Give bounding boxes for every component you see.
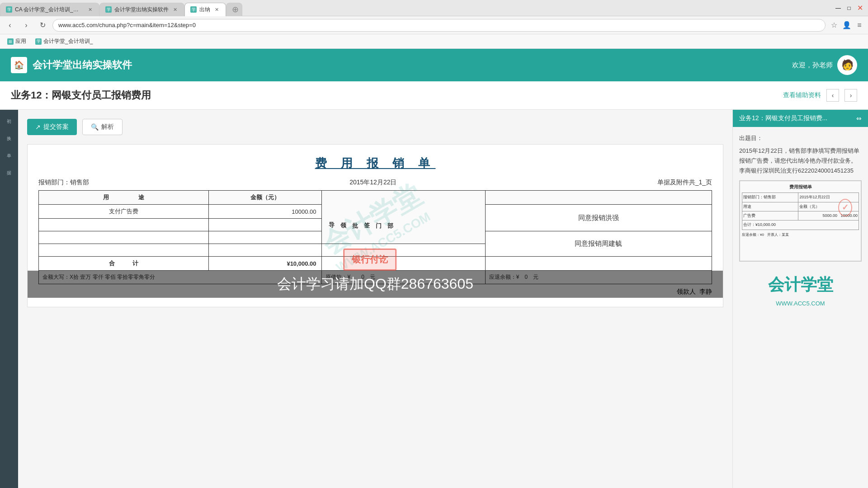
toolbar: ↗ 提交答案 🔍 解析 xyxy=(27,119,723,135)
col-dept-sig-header xyxy=(485,191,712,205)
address-input[interactable] xyxy=(52,19,826,32)
row3-company-sig: 同意报销周建毓 xyxy=(485,231,712,257)
submit-label: 提交答案 xyxy=(43,123,69,131)
submit-button[interactable]: ↗ 提交答案 xyxy=(27,119,77,135)
bookmarks-bar: ⊞ 应用 学 会计学堂_会计培训_ xyxy=(0,34,868,49)
row1-purpose: 支付广告费 xyxy=(39,205,209,219)
refresh-button[interactable]: ↻ xyxy=(36,19,49,32)
back-button[interactable]: ‹ xyxy=(4,19,16,32)
content-area: ↗ 提交答案 🔍 解析 会计学堂 WWW.ACC5.COM 费 用 报 销 单 … xyxy=(18,110,732,488)
kjxt-icon: 学 xyxy=(35,38,42,45)
tab-1-close[interactable]: ✕ xyxy=(86,6,94,13)
maximize-button[interactable]: □ xyxy=(844,4,854,13)
collapse-icon[interactable]: ⇔ xyxy=(856,115,862,122)
tab-1-icon: 学 xyxy=(6,6,12,13)
total-label: 合 计 xyxy=(39,257,209,271)
page-header: 业务12：网银支付员工报销费用 查看辅助资料 ‹ › xyxy=(0,81,868,110)
user-avatar[interactable]: 🧑 xyxy=(837,55,857,75)
new-tab-icon: ⊕ xyxy=(232,5,239,14)
date-label: 2015年12月22日 xyxy=(349,178,396,187)
left-sidebar: 初 换 单 据 xyxy=(0,110,18,488)
analyze-icon: 🔍 xyxy=(91,123,99,131)
tab-2-close[interactable]: ✕ xyxy=(171,6,179,13)
analyze-label: 解析 xyxy=(101,123,114,131)
row1-amount: 10000.00 xyxy=(208,205,322,219)
star-icon[interactable]: ☆ xyxy=(829,20,839,30)
col-amount-header: 金额（元） xyxy=(208,191,322,205)
stamp-text: 银行付讫 xyxy=(352,254,388,264)
row4-purpose xyxy=(39,244,209,257)
forward-button[interactable]: › xyxy=(20,19,33,32)
tab-2-icon: 学 xyxy=(105,6,112,13)
qq-text: 会计学习请加QQ群286763605 xyxy=(277,276,473,292)
tab-3-icon: 学 xyxy=(190,6,197,13)
sidebar-item-ju-label: 据 xyxy=(7,170,11,176)
welcome-text: 欢迎，孙老师 xyxy=(792,61,833,70)
apps-grid-icon: ⊞ xyxy=(7,38,14,45)
bookmark-apps-label: 应用 xyxy=(15,38,26,45)
bank-stamp: 银行付讫 xyxy=(343,249,396,271)
total-sig xyxy=(485,257,712,271)
next-button[interactable]: › xyxy=(844,89,857,102)
user-icon[interactable]: 👤 xyxy=(842,20,852,30)
app-title: 会计学堂出纳实操软件 xyxy=(33,58,132,72)
form-meta: 报销部门：销售部 2015年12月22日 单据及附件共_1_页 xyxy=(38,178,712,187)
receipt-preview: 费用报销单 报销部门：销售部2015年12月22日 用途 金额（元） 广告费 5… xyxy=(740,181,861,261)
app-user: 欢迎，孙老师 🧑 xyxy=(792,55,857,75)
page-title: 业务12：网银支付员工报销费用 xyxy=(11,89,151,102)
analyze-button[interactable]: 🔍 解析 xyxy=(82,119,123,135)
sidebar-item-chu[interactable]: 初 xyxy=(1,113,17,130)
expense-title: 费 用 报 销 单 xyxy=(38,155,712,171)
row4-amount xyxy=(208,244,322,257)
tab-1-label: CA 会计学堂_会计培训_会计... xyxy=(15,6,84,14)
row2-amount xyxy=(208,219,322,231)
bookmark-kjxt[interactable]: 学 会计学堂_会计培训_ xyxy=(32,37,96,46)
tab-4[interactable]: ⊕ xyxy=(226,3,242,16)
prev-button[interactable]: ‹ xyxy=(826,89,839,102)
sidebar-item-ju[interactable]: 据 xyxy=(1,165,17,181)
question-text: 2015年12月22日，销售部李静填写费用报销单报销广告费，请您代出纳冷艳办理付… xyxy=(739,146,862,176)
total-amount: ¥10,000.00 xyxy=(208,257,322,271)
main-content: 初 换 单 据 ↗ 提交答案 🔍 解析 会计学堂 xyxy=(0,110,868,488)
row3-purpose xyxy=(39,231,209,244)
browser-tabs: 学 CA 会计学堂_会计培训_会计... ✕ 学 会计学堂出纳实操软件 ✕ 学 … xyxy=(0,0,834,16)
sidebar-item-chu-label: 初 xyxy=(7,118,11,125)
tab-3[interactable]: 学 出纳 ✕ xyxy=(184,3,226,16)
tab-2-label: 会计学堂出纳实操软件 xyxy=(114,6,169,14)
col-dept-approval-header: 部门签批领导 xyxy=(322,191,485,244)
sidebar-item-huan[interactable]: 换 xyxy=(1,131,17,147)
minimize-button[interactable]: — xyxy=(834,4,843,13)
logo-url-text: WWW.ACC5.COM xyxy=(744,299,857,309)
address-icons: ☆ 👤 ≡ xyxy=(829,20,864,30)
app-logo: 🏠 会计学堂出纳实操软件 xyxy=(11,57,132,73)
receipt-preview-container: 费用报销单 报销部门：销售部2015年12月22日 用途 金额（元） 广告费 5… xyxy=(739,180,862,262)
right-panel-body: 出题目： 2015年12月22日，销售部李静填写费用报销单报销广告费，请您代出纳… xyxy=(733,127,868,488)
receipt-stamp: ✓ xyxy=(838,199,852,216)
question-label: 出题目： xyxy=(739,133,862,143)
right-panel-logo: 会计学堂 WWW.ACC5.COM xyxy=(739,266,862,313)
row2-purpose xyxy=(39,219,209,231)
bookmark-kjxt-label: 会计学堂_会计培训_ xyxy=(43,38,93,45)
help-link[interactable]: 查看辅助资料 xyxy=(783,91,821,99)
document-container: 会计学堂 WWW.ACC5.COM 费 用 报 销 单 报销部门：销售部 201… xyxy=(27,144,723,307)
sidebar-item-dan[interactable]: 单 xyxy=(1,148,17,164)
submit-icon: ↗ xyxy=(35,123,41,131)
row3-amount xyxy=(208,231,322,244)
tab-3-close[interactable]: ✕ xyxy=(213,6,220,13)
close-button[interactable]: ✕ xyxy=(855,4,864,13)
sidebar-item-huan-label: 换 xyxy=(7,136,11,142)
right-panel-title: 业务12：网银支付员工报销费... xyxy=(739,114,827,122)
menu-icon[interactable]: ≡ xyxy=(854,20,864,30)
qq-banner: 会计学习请加QQ群286763605 xyxy=(28,271,723,298)
page-nav: 查看辅助资料 ‹ › xyxy=(783,89,857,102)
attach-label: 单据及附件共_1_页 xyxy=(657,178,712,187)
browser-titlebar: 学 CA 会计学堂_会计培训_会计... ✕ 学 会计学堂出纳实操软件 ✕ 学 … xyxy=(0,0,868,16)
bookmark-apps[interactable]: ⊞ 应用 xyxy=(4,37,30,46)
col-purpose-header: 用 途 xyxy=(39,191,209,205)
home-icon[interactable]: 🏠 xyxy=(11,57,27,73)
tab-2[interactable]: 学 会计学堂出纳实操软件 ✕ xyxy=(99,3,184,16)
logo-big-text: 会计学堂 xyxy=(744,271,857,298)
tab-3-label: 出纳 xyxy=(199,6,210,14)
tab-1[interactable]: 学 CA 会计学堂_会计培训_会计... ✕ xyxy=(0,3,99,16)
row1-dept-sig: 同意报销洪强 xyxy=(485,205,712,231)
